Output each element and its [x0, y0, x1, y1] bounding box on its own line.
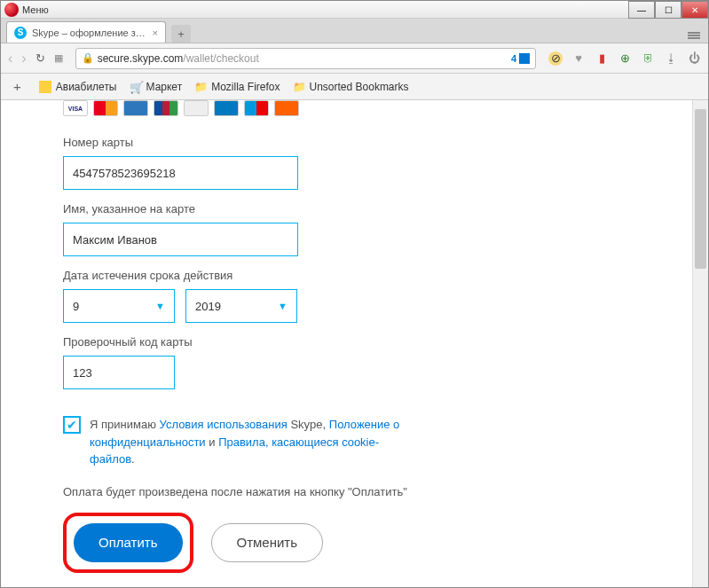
pay-button[interactable]: Оплатить — [74, 523, 183, 562]
bookmark-unsorted[interactable]: 📁 Unsorted Bookmarks — [293, 81, 409, 93]
extension-icons: ⊘ ♥ ▮ ⊕ ⛨ ⭳ ⏻ — [548, 51, 701, 66]
menu-bar: Меню — [1, 1, 708, 19]
bookmark-label: Mozilla Firefox — [211, 81, 280, 93]
payment-form: Номер карты Имя, указанное на карте Дата… — [1, 136, 693, 573]
add-bookmark-button[interactable]: + — [8, 79, 27, 94]
minimize-button[interactable]: — — [628, 1, 655, 19]
lock-icon: 🔒 — [82, 52, 94, 64]
power-icon[interactable]: ⏻ — [687, 51, 701, 66]
expiry-year-select[interactable]: 2019 ▼ — [185, 289, 297, 323]
chevron-down-icon: ▼ — [278, 301, 288, 311]
bookmark-label: Маркет — [146, 81, 183, 93]
expiry-label: Дата истечения срока действия — [63, 269, 631, 282]
expiry-month-select[interactable]: 9 ▼ — [63, 289, 175, 323]
url-host: secure.skype.com — [98, 52, 184, 65]
window-controls: — ☐ ✕ — [628, 1, 708, 19]
card-number-input[interactable] — [63, 156, 298, 190]
payment-methods-strip: VISA — [1, 100, 693, 123]
folder-icon: 📁 — [293, 81, 305, 93]
address-bar: ‹ › ↻ ▦ 🔒 secure.skype.com /wallet/check… — [1, 43, 708, 74]
chevron-down-icon: ▼ — [155, 301, 165, 311]
extension-red-icon[interactable]: ▮ — [595, 51, 609, 66]
payment-note: Оплата будет произведена после нажатия н… — [63, 484, 418, 500]
download-icon[interactable]: ⭳ — [664, 51, 678, 66]
shield-green-icon[interactable]: ⛨ — [641, 51, 655, 66]
cvv-input[interactable] — [63, 356, 175, 389]
back-button[interactable]: ‹ — [8, 51, 12, 67]
visa-icon: VISA — [63, 100, 88, 116]
card-icon — [184, 100, 209, 116]
reload-button[interactable]: ↻ — [35, 51, 45, 65]
expiry-month-value: 9 — [73, 300, 79, 313]
cardholder-label: Имя, указанное на карте — [63, 202, 631, 216]
plane-icon — [39, 81, 51, 93]
side-panel-button[interactable] — [685, 28, 703, 43]
favorite-icon[interactable]: ♥ — [571, 51, 586, 66]
tab-bar: S Skype – оформление зака × + — [1, 19, 708, 43]
menu-label[interactable]: Меню — [22, 4, 49, 15]
maximize-button[interactable]: ☐ — [655, 1, 681, 19]
card-number-label: Номер карты — [63, 136, 631, 149]
scrollbar-thumb[interactable] — [695, 109, 706, 269]
cvv-label: Проверочный код карты — [63, 335, 631, 349]
expiry-year-value: 2019 — [195, 300, 221, 313]
bookmark-label: Авиабилеты — [56, 81, 117, 93]
bookmark-label: Unsorted Bookmarks — [310, 81, 409, 93]
cancel-button[interactable]: Отменить — [211, 523, 324, 562]
bookmark-bar: + Авиабилеты 🛒 Маркет 📁 Mozilla Firefox … — [1, 74, 708, 100]
close-button[interactable]: ✕ — [681, 1, 708, 19]
terms-link-tos[interactable]: Условия использования — [160, 418, 288, 431]
globe-icon[interactable]: ⊕ — [618, 51, 632, 66]
url-badge: 4 — [511, 53, 516, 64]
cart-icon: 🛒 — [130, 81, 142, 93]
opera-icon — [4, 3, 19, 17]
shield-icon — [519, 53, 530, 64]
bookmark-market[interactable]: 🛒 Маркет — [130, 81, 183, 93]
skype-icon: S — [14, 27, 27, 39]
adblock-icon[interactable]: ⊘ — [548, 51, 563, 66]
jcb-icon — [154, 100, 178, 116]
url-path: /wallet/checkout — [183, 52, 258, 65]
folder-icon: 📁 — [194, 81, 207, 93]
scrollbar[interactable] — [692, 100, 708, 587]
tab-skype-checkout[interactable]: S Skype – оформление зака × — [6, 21, 166, 43]
new-tab-button[interactable]: + — [171, 25, 191, 43]
url-input[interactable]: 🔒 secure.skype.com /wallet/checkout 4 — [75, 48, 536, 69]
mastercard-icon — [93, 100, 118, 116]
bookmark-aviabilety[interactable]: Авиабилеты — [39, 81, 117, 93]
cardholder-input[interactable] — [63, 223, 298, 256]
speed-dial-button[interactable]: ▦ — [54, 52, 63, 64]
tab-title: Skype – оформление зака — [32, 27, 147, 38]
tab-close-icon[interactable]: × — [153, 27, 158, 38]
amex-icon — [123, 100, 148, 116]
maestro-icon — [244, 100, 269, 116]
discover-icon — [274, 100, 299, 116]
terms-checkbox[interactable]: ✔ — [63, 416, 81, 434]
page-content: VISA Номер карты Имя, указанное на карте… — [1, 100, 708, 587]
diners-icon — [214, 100, 239, 116]
forward-button[interactable]: › — [21, 51, 26, 67]
terms-text: Я принимаю Условия использования Skype, … — [90, 416, 409, 468]
bookmark-mozilla[interactable]: 📁 Mozilla Firefox — [194, 81, 280, 93]
pay-button-highlight: Оплатить — [63, 513, 193, 573]
